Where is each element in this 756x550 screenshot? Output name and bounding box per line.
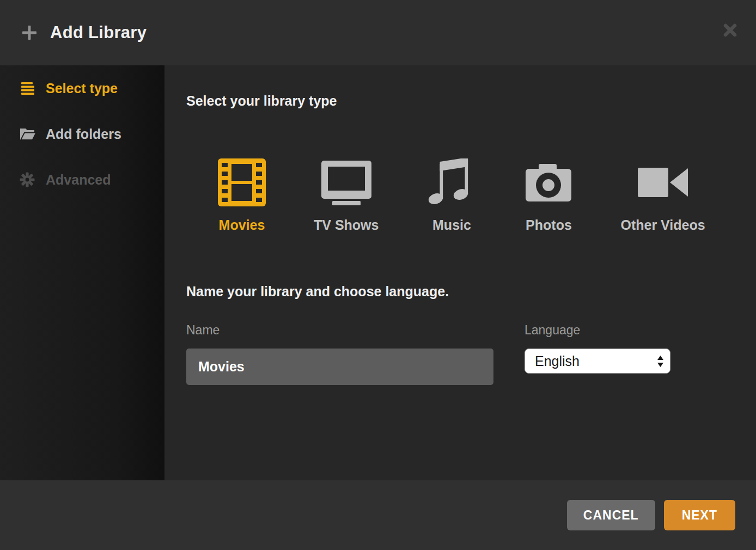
library-type-label: Movies [219, 217, 265, 233]
dialog-header: Add Library [0, 0, 756, 65]
name-field-label: Name [186, 322, 493, 338]
tv-monitor-icon [320, 158, 373, 207]
language-selected-value: English [535, 353, 580, 369]
sidebar-item-select-type[interactable]: Select type [0, 65, 164, 111]
library-type-photos[interactable]: Photos [525, 158, 572, 233]
next-button[interactable]: NEXT [664, 500, 735, 530]
library-type-tv-shows[interactable]: TV Shows [314, 158, 379, 233]
video-camera-icon [637, 158, 689, 207]
library-type-movies[interactable]: Movies [218, 158, 266, 233]
library-type-other-videos[interactable]: Other Videos [620, 158, 705, 233]
music-notes-icon [426, 158, 477, 207]
dialog-body: Select type Add folders [0, 65, 756, 480]
open-folder-icon [20, 126, 38, 142]
sidebar-item-advanced: Advanced [0, 157, 164, 203]
sidebar-item-label: Select type [46, 81, 118, 96]
dialog-main: Select your library type [164, 65, 756, 480]
cancel-button[interactable]: CANCEL [567, 500, 655, 530]
film-strip-icon [218, 158, 266, 207]
library-type-label: Other Videos [620, 217, 705, 233]
wizard-steps-sidebar: Select type Add folders [0, 65, 164, 480]
name-field-group: Name [186, 322, 493, 385]
sidebar-item-label: Add folders [46, 126, 121, 142]
name-language-form: Name Language English [186, 322, 756, 385]
language-field-label: Language [525, 322, 670, 338]
language-field-group: Language English [525, 322, 670, 385]
camera-icon [525, 158, 572, 207]
library-type-label: Photos [526, 217, 572, 233]
sidebar-item-label: Advanced [46, 172, 111, 188]
library-type-music[interactable]: Music [426, 158, 477, 233]
sidebar-item-add-folders[interactable]: Add folders [0, 111, 164, 157]
library-name-input[interactable] [186, 349, 493, 385]
library-type-row: Movies TV Shows [218, 158, 756, 233]
select-spinner-icon [656, 354, 664, 369]
close-icon[interactable] [723, 23, 737, 38]
plus-icon [22, 25, 37, 40]
type-section-title: Select your library type [186, 93, 756, 109]
library-type-label: TV Shows [314, 217, 379, 233]
list-lines-icon [20, 81, 38, 96]
dialog-title: Add Library [50, 23, 147, 42]
name-section-title: Name your library and choose language. [186, 283, 756, 300]
dialog-footer: CANCEL NEXT [0, 480, 756, 550]
gear-icon [20, 172, 38, 187]
add-library-dialog: Add Library Select type [0, 0, 756, 550]
language-select[interactable]: English [525, 349, 670, 374]
library-type-label: Music [432, 217, 471, 233]
